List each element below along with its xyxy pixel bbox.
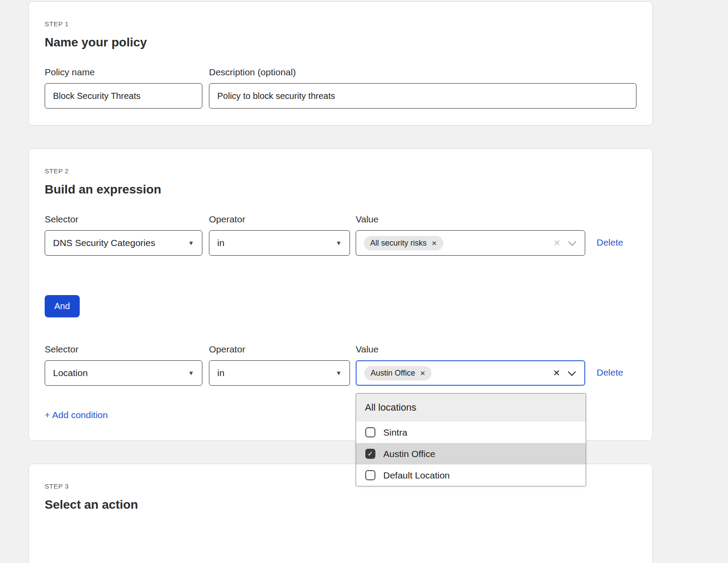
description-input[interactable] xyxy=(209,83,636,109)
dropdown-option-label: Default Location xyxy=(383,470,450,481)
value-tag-label: Austin Office xyxy=(371,369,415,378)
condition-row-1: Selector DNS Security Categories ▼ Opera… xyxy=(45,214,636,256)
operator-label: Operator xyxy=(209,214,350,225)
policy-name-field: Policy name xyxy=(45,67,202,109)
value-label: Value xyxy=(356,214,585,225)
operator-dropdown-2[interactable]: in ▼ xyxy=(209,360,350,386)
add-condition-link[interactable]: + Add condition xyxy=(45,410,108,420)
value-tag[interactable]: Austin Office ✕ xyxy=(364,366,431,380)
description-label: Description (optional) xyxy=(209,67,636,77)
chevron-down-icon: ▼ xyxy=(188,369,194,377)
check-icon: ✓ xyxy=(368,450,373,457)
step1-fields: Policy name Description (optional) xyxy=(45,67,636,109)
description-field: Description (optional) xyxy=(209,67,636,109)
policy-name-input[interactable] xyxy=(45,83,202,109)
step2-label: STEP 2 xyxy=(45,167,636,175)
remove-tag-icon[interactable]: ✕ xyxy=(420,370,426,377)
value-field-1: Value All security risks ✕ ✕ xyxy=(356,214,585,256)
selector-label: Selector xyxy=(45,214,202,225)
chevron-down-icon: ▼ xyxy=(188,239,194,246)
checkbox-icon[interactable]: ✓ xyxy=(365,449,375,459)
operator-field-1: Operator in ▼ xyxy=(209,214,350,256)
step2-card: STEP 2 Build an expression Selector DNS … xyxy=(28,148,653,441)
dropdown-option-label: Austin Office xyxy=(383,449,435,459)
selector-label: Selector xyxy=(45,344,202,355)
location-dropdown-panel: All locations ✓ Sintra ✓ Austin Office xyxy=(356,393,586,486)
value-label: Value xyxy=(356,344,585,355)
step1-card: STEP 1 Name your policy Policy name Desc… xyxy=(28,1,653,126)
operator-dropdown-1[interactable]: in ▼ xyxy=(209,230,350,256)
step3-title: Select an action xyxy=(45,498,636,512)
dropdown-option-label: Sintra xyxy=(383,427,407,438)
step1-title: Name your policy xyxy=(45,35,636,49)
chevron-down-icon: ▼ xyxy=(336,239,342,246)
value-tag-label: All security risks xyxy=(370,239,427,248)
dropdown-option-sintra[interactable]: ✓ Sintra xyxy=(356,422,586,443)
chevron-down-icon: ▼ xyxy=(336,369,342,377)
checkbox-icon[interactable]: ✓ xyxy=(365,427,375,437)
and-button[interactable]: And xyxy=(45,295,80,317)
chevron-down-icon[interactable] xyxy=(568,368,576,376)
checkbox-icon[interactable]: ✓ xyxy=(365,470,375,480)
selector-field-1: Selector DNS Security Categories ▼ xyxy=(45,214,202,256)
value-multiselect-1[interactable]: All security risks ✕ ✕ xyxy=(356,230,585,256)
operator-label: Operator xyxy=(209,344,350,355)
value-tag[interactable]: All security risks ✕ xyxy=(364,236,443,250)
chevron-down-icon[interactable] xyxy=(568,238,576,246)
policy-name-label: Policy name xyxy=(45,67,202,77)
value-multiselect-2[interactable]: Austin Office ✕ ✕ xyxy=(356,360,585,386)
remove-tag-icon[interactable]: ✕ xyxy=(431,240,437,246)
selector-dropdown-1[interactable]: DNS Security Categories ▼ xyxy=(45,230,202,256)
dropdown-option-default-location[interactable]: ✓ Default Location xyxy=(356,464,586,486)
delete-condition-link-2[interactable]: Delete xyxy=(597,367,623,378)
selector-value-2: Location xyxy=(53,368,88,378)
value-field-2: Value Austin Office ✕ ✕ All locations xyxy=(356,344,585,386)
clear-value-icon[interactable]: ✕ xyxy=(553,369,560,377)
operator-value-1: in xyxy=(217,238,224,248)
dropdown-option-all-locations[interactable]: All locations xyxy=(356,394,586,422)
dropdown-option-austin-office[interactable]: ✓ Austin Office xyxy=(356,443,586,464)
delete-condition-link-1[interactable]: Delete xyxy=(597,237,623,248)
operator-value-2: in xyxy=(217,368,224,378)
clear-value-icon[interactable]: ✕ xyxy=(553,239,561,247)
operator-field-2: Operator in ▼ xyxy=(209,344,350,386)
step1-label: STEP 1 xyxy=(45,20,636,28)
step2-title: Build an expression xyxy=(45,183,636,197)
policy-builder-page: STEP 1 Name your policy Policy name Desc… xyxy=(0,1,728,563)
selector-field-2: Selector Location ▼ xyxy=(45,344,202,386)
selector-value-1: DNS Security Categories xyxy=(53,238,155,248)
condition-row-2: Selector Location ▼ Operator in ▼ Value … xyxy=(45,344,636,386)
selector-dropdown-2[interactable]: Location ▼ xyxy=(45,360,202,386)
